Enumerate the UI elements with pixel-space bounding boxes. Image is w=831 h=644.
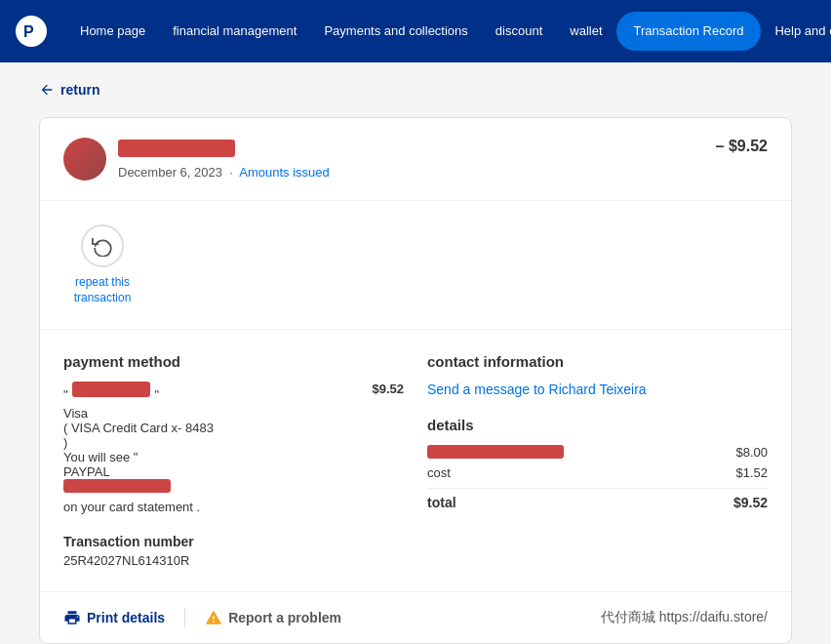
payment-you-will-see: You will see " bbox=[63, 450, 360, 464]
nav-item-home[interactable]: Home page bbox=[66, 0, 159, 62]
details-section: payment method " " Visa ( VISA Credit Ca… bbox=[40, 330, 791, 592]
payment-method-amount: $9.52 bbox=[372, 382, 404, 396]
card-header: December 6, 2023 · Amounts issued – $9.5… bbox=[40, 118, 791, 201]
right-column: contact information Send a message to Ri… bbox=[427, 353, 768, 568]
breakdown-label-redacted bbox=[427, 445, 564, 459]
details-title: details bbox=[427, 417, 768, 433]
nav-item-wallet[interactable]: wallet bbox=[556, 0, 615, 62]
payment-paypal: PAYPAL bbox=[63, 464, 360, 479]
footer-actions: Print details Report a problem bbox=[63, 608, 341, 627]
warning-icon bbox=[205, 609, 222, 626]
payment-stmt-redacted bbox=[63, 479, 171, 493]
repeat-icon bbox=[92, 235, 113, 257]
breakdown-value-1: $8.00 bbox=[735, 445, 768, 460]
breakdown-label-cost: cost bbox=[427, 465, 451, 480]
contact-block: contact information Send a message to Ri… bbox=[427, 353, 768, 397]
repeat-icon-circle bbox=[81, 224, 124, 267]
transaction-card: December 6, 2023 · Amounts issued – $9.5… bbox=[39, 117, 792, 644]
payment-card-name-redacted bbox=[72, 382, 150, 397]
breakdown-row-2: cost $1.52 bbox=[427, 465, 768, 480]
svg-text:P: P bbox=[23, 23, 34, 40]
print-details-button[interactable]: Print details bbox=[63, 609, 165, 626]
navbar: P Home page financial management Payment… bbox=[0, 0, 831, 62]
transaction-amount: – $9.52 bbox=[716, 138, 768, 155]
payment-method-title: payment method bbox=[63, 353, 404, 370]
repeat-transaction-button[interactable]: repeat this transaction bbox=[63, 224, 141, 305]
payment-left: " " Visa ( VISA Credit Card x- 8483 ) Yo… bbox=[63, 382, 360, 514]
footer-divider bbox=[184, 608, 185, 627]
return-label: return bbox=[60, 82, 99, 98]
payment-card-number: ( VISA Credit Card x- 8483 bbox=[63, 421, 360, 435]
payment-on-card: on your card statement . bbox=[63, 500, 360, 514]
sender-avatar bbox=[63, 138, 106, 181]
payment-card-type: Visa bbox=[63, 406, 360, 421]
breakdown-total-value: $9.52 bbox=[733, 495, 768, 510]
print-icon bbox=[63, 609, 81, 626]
card-footer: Print details Report a problem 代付商城 http… bbox=[40, 592, 791, 643]
print-label: Print details bbox=[87, 610, 165, 625]
details-breakdown: details $8.00 cost $1.52 total $9.52 bbox=[427, 417, 768, 510]
nav-item-help[interactable]: Help and contact us bbox=[761, 0, 831, 62]
contact-link[interactable]: Send a message to Richard Teixeira bbox=[427, 382, 768, 397]
nav-item-discount[interactable]: discount bbox=[482, 0, 556, 62]
breakdown-total-row: total $9.52 bbox=[427, 488, 768, 510]
return-arrow-icon bbox=[39, 82, 55, 98]
repeat-label: repeat this transaction bbox=[63, 275, 141, 305]
transaction-number-label: Transaction number bbox=[63, 534, 404, 549]
repeat-section: repeat this transaction bbox=[40, 201, 791, 330]
payment-card-close: ) bbox=[63, 435, 360, 450]
nav-item-financial[interactable]: financial management bbox=[159, 0, 310, 62]
transaction-date: December 6, 2023 · Amounts issued bbox=[118, 165, 330, 180]
payment-row: " " Visa ( VISA Credit Card x- 8483 ) Yo… bbox=[63, 382, 404, 514]
amounts-issued-label: Amounts issued bbox=[239, 165, 330, 180]
sender-details: December 6, 2023 · Amounts issued bbox=[118, 140, 330, 180]
report-problem-button[interactable]: Report a problem bbox=[205, 609, 341, 626]
contact-info-title: contact information bbox=[427, 353, 768, 370]
breakdown-value-2: $1.52 bbox=[735, 465, 768, 480]
breakdown-total-label: total bbox=[427, 495, 456, 510]
transaction-number-value: 25R42027NL614310R bbox=[63, 553, 404, 568]
page-content: return December 6, 2023 · Amounts issued bbox=[0, 62, 831, 644]
transaction-number-block: Transaction number 25R42027NL614310R bbox=[63, 534, 404, 568]
sender-info: December 6, 2023 · Amounts issued bbox=[63, 138, 330, 181]
nav-item-transaction[interactable]: Transaction Record bbox=[616, 12, 762, 51]
nav-item-payments[interactable]: Payments and collections bbox=[310, 0, 481, 62]
return-link[interactable]: return bbox=[39, 82, 792, 98]
payment-method-block: payment method " " Visa ( VISA Credit Ca… bbox=[63, 353, 404, 568]
paypal-logo[interactable]: P bbox=[16, 16, 47, 47]
report-label: Report a problem bbox=[228, 610, 341, 625]
sender-name-redacted bbox=[118, 140, 235, 157]
watermark: 代付商城 https://daifu.store/ bbox=[601, 609, 768, 626]
breakdown-row-1: $8.00 bbox=[427, 445, 768, 460]
